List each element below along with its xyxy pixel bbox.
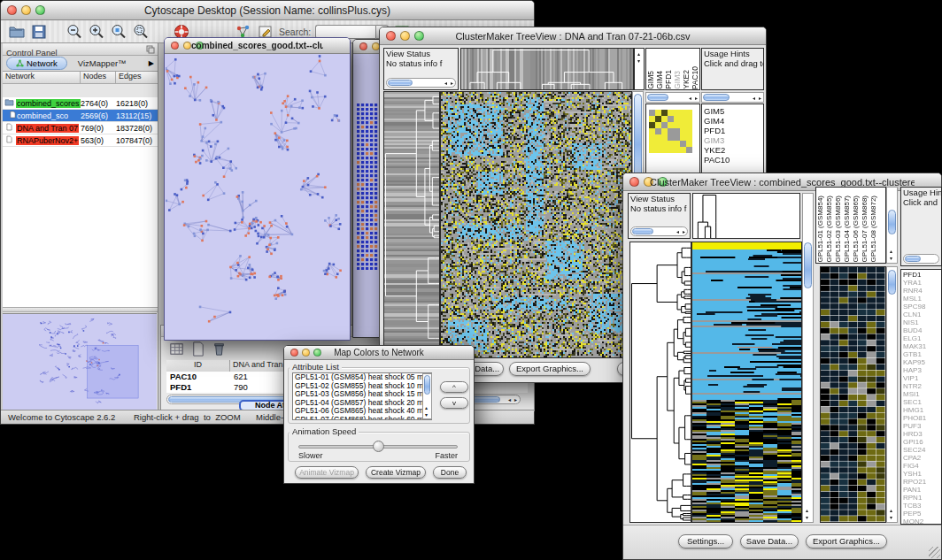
gene-label[interactable]: PUF3 xyxy=(901,422,941,430)
close-button[interactable] xyxy=(359,42,367,50)
column-dendrogram-canvas[interactable] xyxy=(693,194,720,238)
new-attribute-icon[interactable] xyxy=(189,341,206,357)
speed-slider-thumb[interactable] xyxy=(373,441,384,452)
gene-label[interactable]: FIG4 xyxy=(901,462,941,470)
column-label[interactable]: GPL51-03 (GSM856) xyxy=(834,196,843,263)
heatmap-vscrollbar[interactable]: ▴▾ xyxy=(802,193,814,523)
column-label[interactable]: GIM5 xyxy=(646,71,655,89)
column-label[interactable]: PFD1 xyxy=(664,70,673,89)
column-label[interactable]: GPL51-08 (GSM872) xyxy=(869,196,878,263)
column-dendrogram-canvas[interactable] xyxy=(461,49,633,89)
zoom-out-icon[interactable] xyxy=(66,23,83,41)
gene-label[interactable]: CLN1 xyxy=(901,311,941,318)
network-row-combined-scores[interactable]: combined_scores 2764(0) 16218(0) xyxy=(3,97,158,110)
panel-splitter[interactable] xyxy=(3,307,158,312)
column-label[interactable]: GPL51-02 (GSM855) xyxy=(825,196,834,263)
network1-title-bar[interactable]: combined_scores_good.txt--cluste... xyxy=(165,38,350,54)
gene-label[interactable]: PAC10 xyxy=(702,155,763,165)
treeview-dna-title-bar[interactable]: ClusterMaker TreeView : DNA and Tran 07-… xyxy=(380,27,766,45)
status-hscrollbar[interactable]: ◂▸ xyxy=(630,226,688,236)
gene-label[interactable]: PEP5 xyxy=(901,510,941,518)
birdseye-overview[interactable] xyxy=(3,313,157,410)
resize-grip[interactable] xyxy=(929,547,940,558)
network-canvas[interactable] xyxy=(166,55,349,339)
gene-label[interactable]: HMG1 xyxy=(901,406,941,414)
status-hscrollbar[interactable]: ◂▸ xyxy=(386,78,456,88)
gene-label[interactable]: VIP1 xyxy=(901,374,941,382)
gene-label[interactable]: GIM5 xyxy=(702,106,763,116)
row-dendrogram-canvas[interactable] xyxy=(384,92,439,357)
zoom-heatmap-canvas[interactable] xyxy=(821,267,885,522)
gene-label[interactable]: HRD3 xyxy=(901,430,941,438)
close-button[interactable] xyxy=(386,31,396,41)
move-down-button[interactable]: v xyxy=(440,397,468,409)
labels-vscrollbar[interactable]: ▴▾ xyxy=(886,187,898,264)
zoom-selected-icon[interactable] xyxy=(110,23,127,41)
zoom-fit-icon[interactable] xyxy=(132,23,150,41)
gene-label[interactable]: NTR2 xyxy=(901,382,941,390)
close-button[interactable] xyxy=(290,349,298,357)
column-label[interactable]: YKE2 xyxy=(682,70,691,89)
gene-label[interactable]: GTB1 xyxy=(901,350,941,358)
main-title-bar[interactable]: Cytoscape Desktop (Session Name: collins… xyxy=(1,1,534,20)
global-heatmap-panel[interactable] xyxy=(691,242,802,523)
gene-label[interactable]: PFD1 xyxy=(901,271,941,279)
attribute-list[interactable]: GPL51-01 (GSM854) heat shock 05 minGPL51… xyxy=(292,372,432,420)
gene-label[interactable]: HAP3 xyxy=(901,366,941,374)
tab-network[interactable]: Network xyxy=(6,57,67,70)
gene-label[interactable]: YKE2 xyxy=(702,145,763,155)
column-dendrogram-panel[interactable] xyxy=(692,193,800,239)
zoom-hscrollbar[interactable]: ◂▸ xyxy=(645,92,700,103)
open-session-icon[interactable] xyxy=(8,23,26,41)
column-dendrogram-panel[interactable] xyxy=(460,48,634,90)
gene-label[interactable]: GPI16 xyxy=(901,438,941,446)
gene-label[interactable]: RPN1 xyxy=(901,494,941,502)
gene-label[interactable]: RPO21 xyxy=(901,478,941,486)
column-label[interactable]: GIM4 xyxy=(655,71,664,89)
gene-label[interactable]: SEC24 xyxy=(901,446,941,454)
done-button[interactable]: Done xyxy=(433,466,467,479)
gene-label[interactable]: YSH1 xyxy=(901,470,941,478)
dialog-title-bar[interactable]: Map Colors to Network xyxy=(284,346,474,360)
gene-label[interactable]: RNR4 xyxy=(901,287,941,295)
close-button[interactable] xyxy=(629,177,639,187)
dendrogram-scroll-strip[interactable]: ▴▾ xyxy=(634,48,645,90)
column-label[interactable]: GPL51-06 (GSM865) xyxy=(852,196,861,263)
column-label[interactable]: GPL51-01 (GSM854) xyxy=(816,196,825,263)
settings-button[interactable]: Settings... xyxy=(678,534,733,548)
close-button[interactable] xyxy=(171,42,179,50)
export-graphics-button[interactable]: Export Graphics... xyxy=(806,534,887,548)
export-graphics-button[interactable]: Export Graphics... xyxy=(509,362,591,376)
minimize-button[interactable] xyxy=(302,349,310,357)
col-header-network[interactable]: Network xyxy=(3,72,81,83)
row-dendrogram-canvas[interactable] xyxy=(630,242,691,522)
column-label[interactable]: GPL51-07 (GSM868) xyxy=(861,196,869,263)
gene-label[interactable]: MSL1 xyxy=(901,295,941,303)
column-label[interactable]: GIM3 xyxy=(673,71,682,89)
zoom-matrix-canvas[interactable] xyxy=(649,110,692,153)
save-session-icon[interactable] xyxy=(30,23,48,41)
gene-label[interactable]: YRA1 xyxy=(901,279,941,287)
attribute-list-vscrollbar[interactable]: ▴▾ xyxy=(422,373,432,419)
row-dendrogram-panel[interactable] xyxy=(383,91,440,358)
hints-hscrollbar[interactable]: ◂▸ xyxy=(701,92,764,103)
data-col-id[interactable]: ID xyxy=(166,360,230,372)
gene-label[interactable]: MSI1 xyxy=(901,390,941,398)
gene-label[interactable]: BUD4 xyxy=(901,326,941,334)
gene-label[interactable]: GIM4 xyxy=(702,116,763,126)
attribute-item[interactable]: GPL51-07 (GSM868) heat shock 60 min xyxy=(295,416,431,421)
global-heatmap-canvas[interactable] xyxy=(692,242,801,522)
create-vizmap-button[interactable]: Create Vizmap xyxy=(366,466,426,479)
close-button[interactable] xyxy=(7,5,17,15)
animate-vizmap-button[interactable]: Animate Vizmap xyxy=(295,466,359,479)
gene-label[interactable]: CPA2 xyxy=(901,454,941,462)
float-panel-icon[interactable] xyxy=(146,45,155,54)
gene-label[interactable]: ELG1 xyxy=(901,334,941,342)
save-data-button[interactable]: Save Data... xyxy=(740,534,799,548)
col-header-edges[interactable]: Edges xyxy=(116,72,157,83)
minimize-button[interactable] xyxy=(183,42,191,50)
gene-label[interactable]: PAN1 xyxy=(901,486,941,494)
gene-label[interactable]: SEC1 xyxy=(901,398,941,406)
gene-label[interactable]: PHO81 xyxy=(901,414,941,422)
tab-vizmapper[interactable]: VizMapper™ xyxy=(78,58,127,68)
